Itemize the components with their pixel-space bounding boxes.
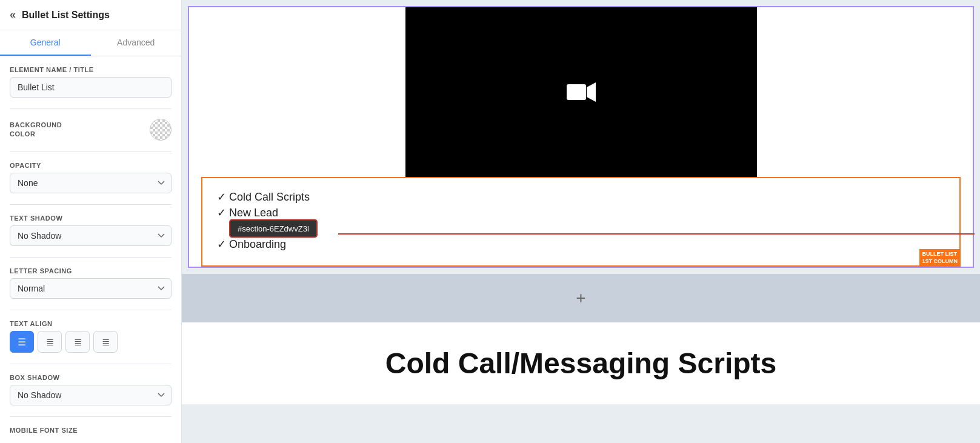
text-shadow-select[interactable]: No Shadow bbox=[10, 225, 172, 246]
bullet-list-section[interactable]: ✓ Cold Call Scripts ✓ New Lead #section-… bbox=[201, 177, 961, 267]
background-color-label: BACKGROUNDCOLOR bbox=[10, 121, 62, 139]
sidebar-title: Bullet List Settings bbox=[22, 10, 110, 21]
letter-spacing-label: LETTER SPACING bbox=[10, 267, 172, 275]
element-name-label: ELEMENT NAME / TITLE bbox=[10, 66, 172, 73]
add-section-button[interactable]: + bbox=[182, 274, 980, 322]
bullet-list-tag: BULLET LIST1ST COLUMN bbox=[919, 249, 961, 267]
video-block bbox=[405, 7, 757, 177]
tab-advanced[interactable]: Advanced bbox=[91, 30, 182, 56]
align-center-button[interactable]: ≣ bbox=[38, 331, 62, 353]
color-row: BACKGROUNDCOLOR bbox=[10, 119, 172, 141]
opacity-group: OPACITY None bbox=[10, 162, 172, 193]
tab-general[interactable]: General bbox=[0, 30, 91, 56]
mobile-font-size-label: MOBILE FONT SIZE bbox=[10, 427, 172, 434]
align-justify-button[interactable]: ≣ bbox=[93, 331, 118, 353]
mobile-font-size-group: MOBILE FONT SIZE bbox=[10, 427, 172, 434]
opacity-label: OPACITY bbox=[10, 162, 172, 169]
text-shadow-group: TEXT SHADOW No Shadow bbox=[10, 215, 172, 246]
opacity-select[interactable]: None bbox=[10, 173, 172, 193]
cold-call-title: Cold Call/Messaging Scripts bbox=[194, 347, 968, 380]
divider-6 bbox=[10, 364, 172, 364]
box-shadow-label: BOX SHADOW bbox=[10, 374, 172, 381]
section-id-tooltip: #section-6EZdwvZ3l bbox=[229, 219, 318, 238]
sidebar: « Bullet List Settings General Advanced … bbox=[0, 0, 182, 443]
divider-2 bbox=[10, 152, 172, 152]
video-camera-icon bbox=[567, 81, 596, 103]
bullet-item-2: ✓ New Lead bbox=[217, 206, 945, 219]
sidebar-header: « Bullet List Settings bbox=[0, 0, 181, 30]
element-name-group: ELEMENT NAME / TITLE bbox=[10, 66, 172, 98]
align-right-button[interactable]: ≣ bbox=[65, 331, 90, 353]
back-button[interactable]: « bbox=[10, 8, 16, 21]
background-color-group: BACKGROUNDCOLOR bbox=[10, 119, 172, 141]
sidebar-content: ELEMENT NAME / TITLE BACKGROUNDCOLOR OPA… bbox=[0, 56, 181, 443]
bullet-item-1: ✓ Cold Call Scripts bbox=[217, 190, 945, 204]
divider-1 bbox=[10, 108, 172, 109]
align-left-button[interactable]: ☰ bbox=[10, 331, 34, 353]
bullet-item-3: ✓ Onboarding bbox=[217, 238, 945, 251]
svg-rect-0 bbox=[567, 84, 586, 100]
svg-marker-1 bbox=[587, 82, 596, 102]
element-name-input[interactable] bbox=[10, 77, 172, 98]
divider-7 bbox=[10, 416, 172, 417]
cold-call-section: Cold Call/Messaging Scripts bbox=[182, 322, 980, 404]
tabs-row: General Advanced bbox=[0, 30, 181, 56]
box-shadow-select[interactable]: No Shadow bbox=[10, 385, 172, 405]
plus-icon: + bbox=[576, 288, 585, 308]
main-content: ✓ Cold Call Scripts ✓ New Lead #section-… bbox=[182, 0, 980, 443]
color-swatch[interactable] bbox=[150, 119, 172, 141]
text-shadow-label: TEXT SHADOW bbox=[10, 215, 172, 222]
letter-spacing-group: LETTER SPACING Normal bbox=[10, 267, 172, 299]
divider-5 bbox=[10, 310, 172, 310]
divider-4 bbox=[10, 257, 172, 258]
tooltip-row: #section-6EZdwvZ3l ✓ Follow-up Reminders bbox=[217, 222, 945, 235]
letter-spacing-select[interactable]: Normal bbox=[10, 278, 172, 299]
box-shadow-group: BOX SHADOW No Shadow bbox=[10, 374, 172, 405]
bullet-list-container: ✓ Cold Call Scripts ✓ New Lead #section-… bbox=[189, 177, 973, 267]
divider-3 bbox=[10, 204, 172, 205]
text-align-label: TEXT ALIGN bbox=[10, 320, 172, 327]
page-wrapper: ✓ Cold Call Scripts ✓ New Lead #section-… bbox=[188, 6, 974, 268]
text-align-buttons: ☰ ≣ ≣ ≣ bbox=[10, 331, 172, 353]
text-align-group: TEXT ALIGN ☰ ≣ ≣ ≣ bbox=[10, 320, 172, 353]
